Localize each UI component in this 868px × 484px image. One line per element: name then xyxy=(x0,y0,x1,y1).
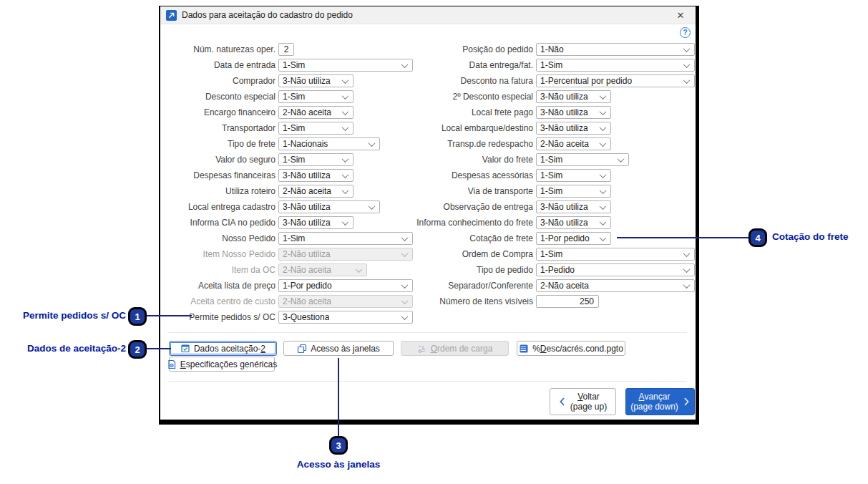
field-select[interactable]: 1-Sim xyxy=(536,59,695,72)
field-select[interactable]: 1-Sim xyxy=(278,153,353,166)
callout-label-3: Acesso às janelas xyxy=(297,459,380,470)
field-select[interactable]: 1-Nacionais xyxy=(278,137,380,150)
close-icon[interactable]: ✕ xyxy=(671,10,690,21)
chevron-down-icon xyxy=(342,187,349,194)
field-row: Informa CIA no pedido3-Não utiliza xyxy=(165,215,413,231)
field-label: Local embarque/destino xyxy=(379,123,533,133)
field-select[interactable]: 1-Sim xyxy=(278,90,353,103)
field-select-value: 2-Não aceita xyxy=(283,296,331,306)
action-button-label: Acesso às janelas xyxy=(311,344,380,354)
field-select[interactable]: 1-Sim xyxy=(536,169,611,182)
chevron-down-icon xyxy=(600,92,607,100)
help-icon[interactable]: ? xyxy=(680,27,691,38)
dialog-arrow-icon xyxy=(166,10,177,21)
chevron-down-icon xyxy=(683,281,691,289)
field-select[interactable]: 1-Sim xyxy=(536,185,611,198)
field-select-value: 2-Não aceita xyxy=(540,281,589,291)
field-select-value: 2-Não aceita xyxy=(540,139,589,149)
chevron-left-icon xyxy=(559,396,566,407)
field-select[interactable]: 1-Percentual por pedido xyxy=(536,74,695,87)
field-select[interactable]: 3-Não utiliza xyxy=(536,90,611,103)
field-select-value: 1-Sim xyxy=(540,60,562,70)
field-label: Encargo financeiro xyxy=(165,107,275,117)
field-select-value: 3-Não utiliza xyxy=(540,218,588,228)
action-button[interactable]: Especificações genéricas xyxy=(169,357,275,372)
field-select[interactable]: 1-Sim xyxy=(536,248,695,261)
callout-line-4 xyxy=(617,237,748,238)
field-select-value: 1-Sim xyxy=(283,155,305,165)
chevron-down-icon xyxy=(342,155,349,163)
chevron-down-icon xyxy=(683,250,691,257)
action-button[interactable]: Acesso às janelas xyxy=(283,341,394,356)
title-bar: Dados para aceitação do cadastro do pedi… xyxy=(160,6,696,24)
field-select[interactable]: 1-Sim xyxy=(278,122,353,135)
field-select-value: 2-Não aceita xyxy=(283,265,331,275)
field-select[interactable]: 3-Não utiliza xyxy=(536,122,611,135)
field-select[interactable]: 3-Não utiliza xyxy=(536,106,611,119)
action-button: Ordem de carga xyxy=(401,341,509,356)
field-select[interactable]: 2-Não aceita xyxy=(278,185,353,198)
field-select[interactable]: 1-Não xyxy=(536,43,695,56)
chevron-down-icon xyxy=(342,124,349,131)
field-row: Aceita lista de preço1-Por pedido xyxy=(165,278,413,294)
field-label: Nosso Pedido xyxy=(165,233,275,243)
field-label: Utiliza roteiro xyxy=(165,186,275,196)
field-row: Despesas financeiras3-Não utiliza xyxy=(165,168,413,183)
field-select[interactable]: 3-Não utiliza xyxy=(536,200,611,213)
field-input-value: 250 xyxy=(580,296,594,306)
field-label: Informa conhecimento do frete xyxy=(379,218,533,228)
field-input[interactable]: 250 xyxy=(536,295,599,308)
field-select-value: 3-Não utiliza xyxy=(283,76,331,86)
action-button[interactable]: Dados aceitação-2 xyxy=(169,341,277,356)
field-select-value: 1-Sim xyxy=(283,92,305,102)
field-select-value: 1-Não xyxy=(540,44,564,54)
field-row: Transp.de redespacho2-Não aceita xyxy=(379,136,695,152)
field-select[interactable]: 2-Não aceita xyxy=(536,279,695,292)
field-select[interactable]: 2-Não aceita xyxy=(536,137,611,150)
chevron-down-icon xyxy=(683,266,691,273)
field-row: Via de transporte1-Sim xyxy=(379,183,695,199)
field-select-value: 1-Pedido xyxy=(540,265,575,275)
callout-label-2: Dados de aceitação-2 xyxy=(27,343,126,354)
next-button[interactable]: Avançar (page down) xyxy=(625,388,695,415)
field-label: Valor do seguro xyxy=(165,155,275,165)
chevron-down-icon xyxy=(342,218,349,226)
action-button-label: %Desc/acrés.cond.pgto xyxy=(532,344,623,354)
field-select[interactable]: 3-Não utiliza xyxy=(278,169,353,182)
field-label: Local entrega cadastro xyxy=(165,202,275,212)
chevron-down-icon xyxy=(600,203,607,210)
field-row: Local entrega cadastro3-Não utiliza xyxy=(165,199,413,215)
field-row: Núm. naturezas oper.2 xyxy=(165,42,413,57)
field-row: Data de entrada1-Sim xyxy=(165,57,413,73)
field-label: Ordem de Compra xyxy=(379,249,533,259)
field-label: Item Nosso Pedido xyxy=(165,249,275,259)
back-button[interactable]: Voltar (page up) xyxy=(550,388,616,415)
field-select[interactable]: 3-Não utiliza xyxy=(278,74,353,87)
field-input[interactable]: 2 xyxy=(278,43,294,56)
field-select-value: 2-Não utiliza xyxy=(283,249,331,259)
form-column-right: Posição do pedido1-NãoData entrega/fat.1… xyxy=(379,42,695,309)
callout-label-4: Cotação do frete xyxy=(772,231,849,242)
field-select-value: 1-Por pedido xyxy=(283,281,332,291)
field-select[interactable]: 2-Não aceita xyxy=(278,106,353,119)
field-row: Cotação de frete1-Por pedido xyxy=(379,231,695,246)
field-select[interactable]: 1-Sim xyxy=(536,153,629,166)
field-row: Desconto especial1-Sim xyxy=(165,89,413,105)
chevron-down-icon xyxy=(600,218,607,226)
field-select[interactable]: 3-Não utiliza xyxy=(278,200,380,213)
field-label: Número de itens visíveis xyxy=(379,296,533,306)
chevron-down-icon xyxy=(401,313,409,320)
field-row: Tipo de frete1-Nacionais xyxy=(165,136,413,152)
field-select-value: 1-Sim xyxy=(540,170,562,180)
field-select[interactable]: 3-Questiona xyxy=(278,311,413,324)
field-label: Despesas acessórias xyxy=(379,170,533,180)
field-select[interactable]: 1-Pedido xyxy=(536,263,695,276)
field-select[interactable]: 3-Não utiliza xyxy=(278,216,353,229)
field-select[interactable]: 1-Por pedido xyxy=(536,232,611,245)
action-button[interactable]: %Desc/acrés.cond.pgto xyxy=(517,341,625,356)
field-select-value: 3-Não utiliza xyxy=(283,170,331,180)
chevron-down-icon xyxy=(683,77,691,84)
field-row: Nosso Pedido1-Sim xyxy=(165,231,413,246)
field-select[interactable]: 3-Não utiliza xyxy=(536,216,611,229)
chevron-down-icon xyxy=(618,155,625,163)
